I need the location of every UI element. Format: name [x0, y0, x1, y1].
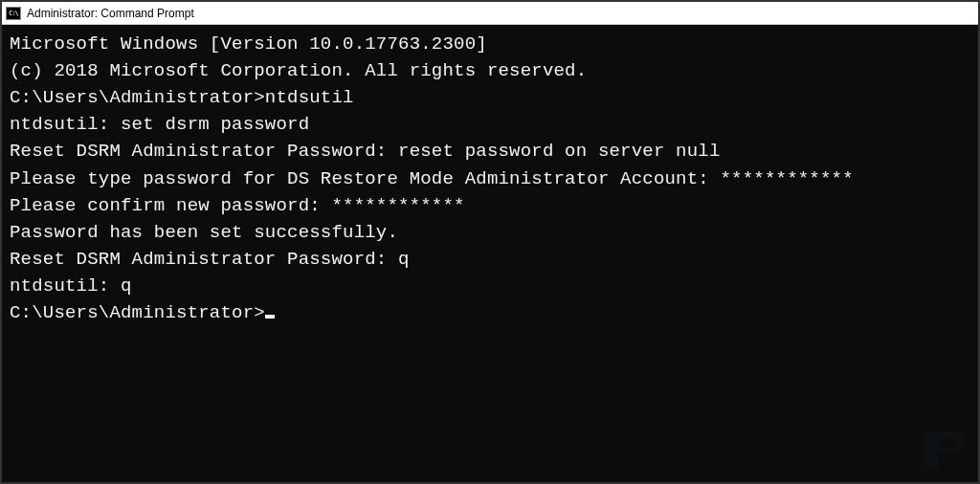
- window-titlebar[interactable]: C:\ Administrator: Command Prompt: [2, 2, 978, 25]
- terminal-line: Reset DSRM Administrator Password: reset…: [10, 138, 970, 165]
- terminal-viewport[interactable]: Microsoft Windows [Version 10.0.17763.23…: [2, 25, 978, 482]
- terminal-line: (c) 2018 Microsoft Corporation. All righ…: [10, 57, 970, 84]
- terminal-prompt-line: C:\Users\Administrator>: [10, 299, 970, 326]
- window-title: Administrator: Command Prompt: [27, 7, 194, 20]
- cmd-icon: C:\: [6, 7, 21, 20]
- terminal-cursor: [265, 315, 275, 319]
- terminal-line: ntdsutil: q: [10, 273, 970, 299]
- terminal-line: Reset DSRM Administrator Password: q: [10, 246, 970, 273]
- terminal-line: Password has been set successfully.: [10, 219, 970, 246]
- terminal-line: Please confirm new password: ***********…: [10, 192, 970, 219]
- terminal-prompt: C:\Users\Administrator>: [10, 302, 265, 323]
- terminal-line: ntdsutil: set dsrm password: [10, 111, 970, 138]
- terminal-line: Please type password for DS Restore Mode…: [10, 165, 970, 192]
- terminal-line: C:\Users\Administrator>ntdsutil: [10, 84, 970, 111]
- terminal-line: Microsoft Windows [Version 10.0.17763.23…: [10, 31, 970, 57]
